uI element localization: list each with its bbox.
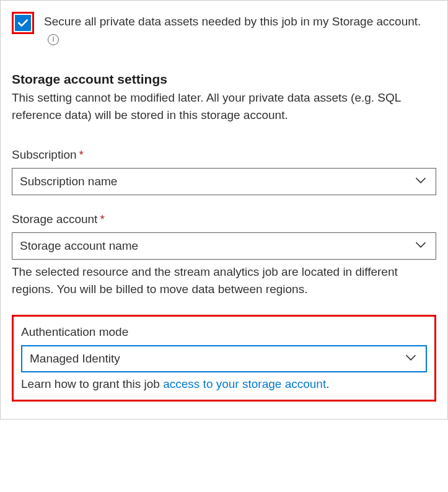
auth-mode-learn: Learn how to grant this job access to yo…	[21, 377, 427, 391]
check-icon	[17, 17, 29, 29]
auth-mode-value: Managed Identity	[30, 352, 120, 366]
subscription-label: Subscription*	[12, 148, 436, 162]
required-indicator: *	[79, 148, 84, 161]
auth-mode-highlight: Authentication mode Managed Identity Lea…	[12, 315, 436, 402]
secure-assets-row: Secure all private data assets needed by…	[12, 12, 436, 47]
storage-account-value: Storage account name	[20, 239, 138, 253]
auth-mode-label: Authentication mode	[21, 325, 427, 339]
subscription-value: Subscription name	[20, 175, 117, 188]
required-indicator: *	[100, 213, 104, 226]
section-description: This setting cannot be modified later. A…	[12, 89, 436, 123]
subscription-select[interactable]: Subscription name	[12, 168, 436, 195]
secure-assets-label: Secure all private data assets needed by…	[44, 12, 436, 47]
storage-account-select[interactable]: Storage account name	[12, 232, 436, 260]
secure-assets-checkbox[interactable]	[15, 15, 31, 31]
section-heading: Storage account settings	[12, 72, 436, 87]
storage-account-label: Storage account*	[12, 213, 436, 226]
storage-account-field: Storage account* Storage account name Th…	[12, 213, 436, 297]
checkbox-highlight	[12, 12, 34, 34]
chevron-down-icon	[415, 239, 427, 254]
auth-mode-select[interactable]: Managed Identity	[21, 345, 427, 372]
subscription-field: Subscription* Subscription name	[12, 148, 436, 195]
chevron-down-icon	[405, 351, 417, 367]
storage-account-help: The selected resource and the stream ana…	[12, 263, 436, 297]
info-icon[interactable]: i	[48, 34, 59, 45]
storage-access-link[interactable]: access to your storage account	[163, 377, 326, 390]
chevron-down-icon	[415, 174, 427, 190]
settings-panel: Secure all private data assets needed by…	[0, 0, 448, 420]
